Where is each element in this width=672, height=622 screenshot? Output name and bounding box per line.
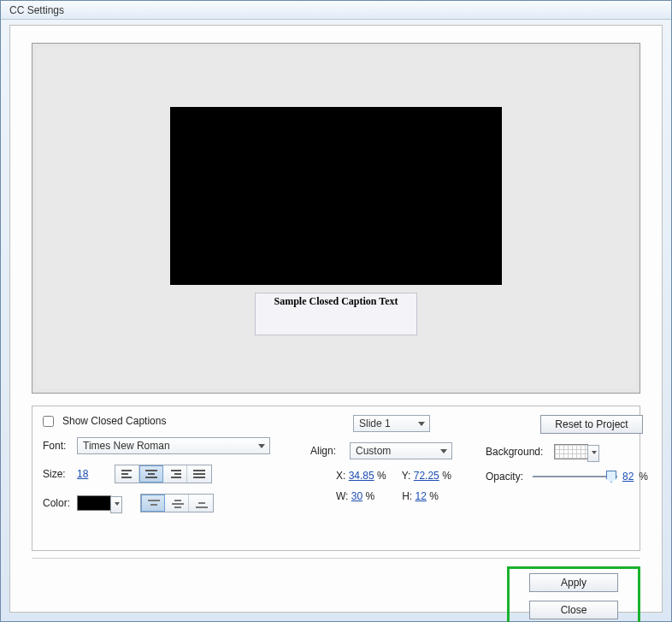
settings-panel: Show Closed Captions Font: Times New Rom… <box>32 406 640 551</box>
col-text: Show Closed Captions Font: Times New Rom… <box>43 415 282 523</box>
separator <box>32 558 640 559</box>
valign-middle-icon <box>169 497 185 509</box>
w-group: W: 30 % <box>336 490 374 502</box>
h-label: H: <box>402 490 412 502</box>
h-unit: % <box>429 490 439 502</box>
background-label: Background: <box>486 446 549 458</box>
y-group: Y: 72.25 % <box>402 470 451 482</box>
x-value[interactable]: 34.85 <box>349 470 374 482</box>
font-label: Font: <box>43 440 72 452</box>
align-justify-button[interactable] <box>187 465 211 483</box>
window-title: CC Settings <box>9 4 64 16</box>
vertical-align-group <box>140 494 214 512</box>
align-right-button[interactable] <box>163 465 187 483</box>
font-select[interactable]: Times New Roman <box>77 437 270 454</box>
caption-box[interactable]: Sample Closed Caption Text <box>255 293 417 335</box>
valign-middle-button[interactable] <box>165 495 189 512</box>
slide-select-value: Slide 1 <box>359 418 391 429</box>
slide-select[interactable]: Slide 1 <box>353 415 430 432</box>
cc-settings-window: CC Settings Sample Closed Caption Text S… <box>0 0 672 622</box>
size-value[interactable]: 18 <box>77 468 96 480</box>
size-label: Size: <box>43 468 72 480</box>
text-color-picker[interactable] <box>77 495 111 511</box>
align-justify-icon <box>193 470 205 478</box>
opacity-track <box>533 476 617 477</box>
valign-top-icon <box>145 497 161 509</box>
align-left-button[interactable] <box>115 465 139 483</box>
h-value[interactable]: 12 <box>416 490 427 502</box>
opacity-thumb[interactable] <box>606 471 616 483</box>
h-group: H: 12 % <box>402 490 439 502</box>
caption-align-select[interactable]: Custom <box>350 442 452 459</box>
preview-area: Sample Closed Caption Text <box>32 43 640 394</box>
show-closed-captions-label: Show Closed Captions <box>62 415 166 427</box>
client-area: Sample Closed Caption Text Show Closed C… <box>9 25 663 613</box>
font-select-value: Times New Roman <box>83 440 170 452</box>
reset-to-project-button[interactable]: Reset to Project <box>540 415 643 434</box>
background-color-picker[interactable] <box>554 444 588 459</box>
opacity-value[interactable]: 82 <box>622 471 634 483</box>
opacity-label: Opacity: <box>486 471 528 483</box>
text-align-group <box>115 465 212 483</box>
caption-sample-text: Sample Closed Caption Text <box>256 293 416 308</box>
w-label: W: <box>336 490 348 502</box>
valign-bottom-button[interactable] <box>189 495 213 512</box>
w-value[interactable]: 30 <box>351 490 363 502</box>
caption-align-value: Custom <box>356 445 391 457</box>
col-appearance: Reset to Project Background: Opacity: 82… <box>486 415 648 494</box>
w-unit: % <box>366 490 375 502</box>
x-group: X: 34.85 % <box>336 470 386 482</box>
y-label: Y: <box>402 470 411 482</box>
col-position: Slide 1 Align: Custom X: 34.85 % <box>310 415 473 511</box>
valign-top-button[interactable] <box>141 495 165 512</box>
x-label: X: <box>336 470 345 482</box>
slide-preview <box>170 107 502 285</box>
opacity-unit: % <box>639 471 648 483</box>
show-closed-captions-checkbox[interactable] <box>43 416 54 427</box>
y-value[interactable]: 72.25 <box>414 470 439 482</box>
y-unit: % <box>442 470 451 482</box>
align-left-icon <box>121 470 133 478</box>
align-center-icon <box>145 470 157 478</box>
align-label: Align: <box>310 445 345 457</box>
preview-canvas: Sample Closed Caption Text <box>36 47 636 389</box>
align-right-icon <box>169 470 181 478</box>
apply-button[interactable]: Apply <box>529 573 618 592</box>
x-unit: % <box>377 470 386 482</box>
valign-bottom-icon <box>193 497 209 509</box>
close-button[interactable]: Close <box>529 601 618 619</box>
action-highlight: Apply Close <box>507 566 640 622</box>
align-center-button[interactable] <box>139 465 163 483</box>
opacity-slider[interactable] <box>533 470 617 483</box>
window-titlebar: CC Settings <box>1 1 671 20</box>
color-label: Color: <box>43 497 72 509</box>
